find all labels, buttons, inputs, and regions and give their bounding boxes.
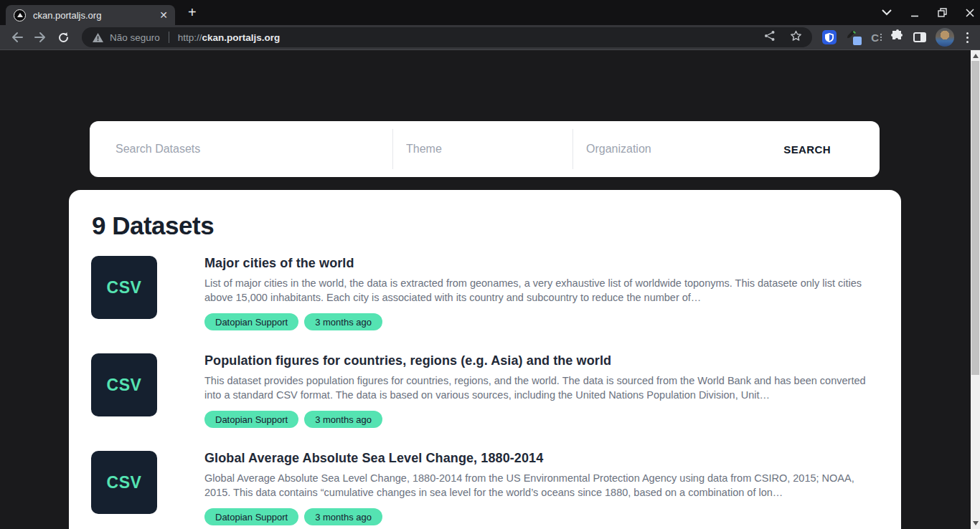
window-controls [882,0,974,25]
theme-input[interactable] [406,143,573,156]
age-badge: 3 months ago [304,411,382,428]
bookmark-star-icon[interactable] [790,30,802,44]
new-tab-button[interactable]: + [188,4,197,21]
dataset-title[interactable]: Major cities of the world [204,256,880,271]
colorpick-extension-icon[interactable]: C [871,32,882,44]
tab-close-icon[interactable]: ✕ [159,10,168,20]
scroll-up-icon[interactable] [971,54,980,58]
back-button[interactable] [7,27,27,47]
org-badge: Datopian Support [204,508,298,525]
url-host: ckan.portaljs.org [202,32,281,43]
side-panel-icon[interactable] [913,32,926,42]
forward-button[interactable] [30,27,50,47]
dataset-description: List of major cities in the world, the d… [204,276,880,305]
extensions-area: C [819,28,974,47]
scrollbar-thumb[interactable] [971,61,979,375]
browser-tab[interactable]: ckan.portaljs.org ✕ [6,5,175,25]
age-badge: 3 months ago [304,508,382,525]
search-datasets-input[interactable] [116,143,392,156]
browser-toolbar: Não seguro http:// ckan.portaljs.org [0,25,980,50]
extensions-puzzle-icon[interactable] [891,29,904,45]
scroll-down-icon[interactable] [971,521,980,525]
dataset-description: This dataset provides population figures… [204,373,880,402]
dataset-title[interactable]: Global Average Absolute Sea Level Change… [204,451,880,466]
colorzilla-extension-icon[interactable] [846,29,862,45]
security-label[interactable]: Não seguro [110,32,160,43]
dataset-list: CSV Major cities of the world List of ma… [91,256,880,529]
search-button[interactable]: SEARCH [783,143,831,156]
url-scheme: http:// [178,32,202,43]
datasets-panel: 9 Datasets CSV Major cities of the world… [69,190,901,529]
dataset-row[interactable]: CSV Global Average Absolute Sea Level Ch… [91,451,880,525]
close-window-button[interactable] [966,9,974,17]
organization-input[interactable] [586,143,783,156]
csv-format-icon: CSV [91,256,157,319]
browser-window: ckan.portaljs.org ✕ + [0,0,980,529]
bitwarden-extension-icon[interactable] [822,30,837,44]
profile-avatar[interactable] [936,28,954,47]
reload-button[interactable] [53,27,73,47]
browser-menu-icon[interactable] [963,32,971,43]
restore-button[interactable] [938,8,947,17]
csv-format-icon: CSV [91,353,157,416]
dataset-row[interactable]: CSV Population figures for countries, re… [91,353,880,428]
org-badge: Datopian Support [204,411,298,428]
org-badge: Datopian Support [204,313,298,330]
tab-search-chevron-icon[interactable] [882,9,892,16]
dataset-description: Global Average Absolute Sea Level Change… [204,471,880,500]
address-bar[interactable]: Não seguro http:// ckan.portaljs.org [82,27,812,47]
dataset-row[interactable]: CSV Major cities of the world List of ma… [91,256,880,330]
search-bar: SEARCH [90,121,880,177]
not-secure-warning-icon[interactable] [93,33,103,42]
page-scrollbar[interactable] [971,50,980,529]
csv-format-icon: CSV [91,451,157,514]
share-icon[interactable] [764,30,776,44]
age-badge: 3 months ago [304,313,382,330]
dataset-title[interactable]: Population figures for countries, region… [204,353,880,368]
site-favicon-icon [14,9,26,22]
tab-strip: ckan.portaljs.org ✕ + [0,0,980,25]
datasets-count-heading: 9 Datasets [92,211,880,240]
omnibox-divider [169,32,169,43]
tab-title: ckan.portaljs.org [33,10,152,21]
minimize-button[interactable] [910,9,919,17]
page-content: SEARCH 9 Datasets CSV Major cities of th… [0,50,980,529]
